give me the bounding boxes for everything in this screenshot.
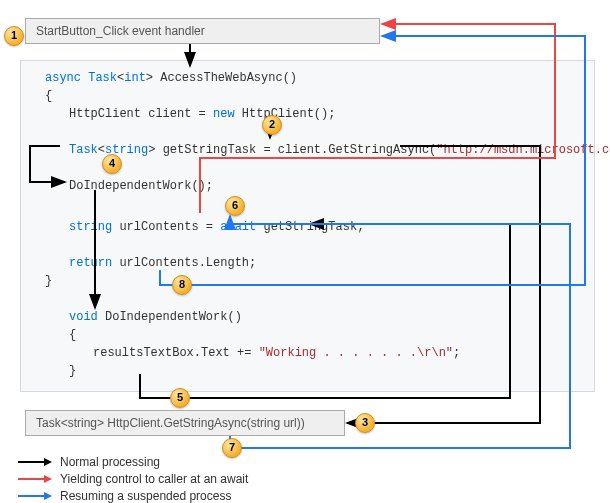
legend-arrow-red-icon: [18, 474, 52, 484]
code-line-12: }: [69, 362, 76, 380]
code-line-1: async Task<int> AccessTheWebAsync(): [45, 69, 297, 87]
getstringasync-box: Task<string> HttpClient.GetStringAsync(s…: [25, 410, 345, 436]
step-marker-7: 7: [222, 438, 242, 458]
legend-row-yield: Yielding control to caller at an await: [18, 472, 248, 486]
code-line-11: resultsTextBox.Text += "Working . . . . …: [93, 344, 460, 362]
code-block: async Task<int> AccessTheWebAsync() { Ht…: [20, 60, 595, 392]
code-line-3: HttpClient client = new HttpClient();: [69, 105, 335, 123]
code-line-2: {: [45, 87, 52, 105]
code-line-4: Task<string> getStringTask = client.GetS…: [69, 141, 610, 159]
step-marker-2: 2: [262, 115, 282, 135]
step-marker-1: 1: [4, 26, 24, 46]
code-line-6: string urlContents = await getStringTask…: [69, 218, 364, 236]
handler-box-label: StartButton_Click event handler: [36, 24, 205, 38]
step-marker-8: 8: [172, 275, 192, 295]
legend-label-yield: Yielding control to caller at an await: [60, 472, 248, 486]
code-line-9: void DoIndependentWork(): [69, 308, 242, 326]
handler-box: StartButton_Click event handler: [25, 18, 380, 44]
step-marker-3: 3: [355, 413, 375, 433]
legend-label-normal: Normal processing: [60, 455, 160, 469]
code-line-5: DoIndependentWork();: [69, 177, 213, 195]
legend-row-resume: Resuming a suspended process: [18, 489, 231, 503]
step-marker-5: 5: [170, 388, 190, 408]
step-marker-6: 6: [225, 196, 245, 216]
legend-arrow-blue-icon: [18, 491, 52, 501]
step-marker-4: 4: [102, 154, 122, 174]
legend-arrow-black-icon: [18, 457, 52, 467]
legend-label-resume: Resuming a suspended process: [60, 489, 231, 503]
getstringasync-box-label: Task<string> HttpClient.GetStringAsync(s…: [36, 416, 305, 430]
code-line-8: }: [45, 272, 52, 290]
code-line-10: {: [69, 326, 76, 344]
legend-row-normal: Normal processing: [18, 455, 160, 469]
code-line-7: return urlContents.Length;: [69, 254, 256, 272]
